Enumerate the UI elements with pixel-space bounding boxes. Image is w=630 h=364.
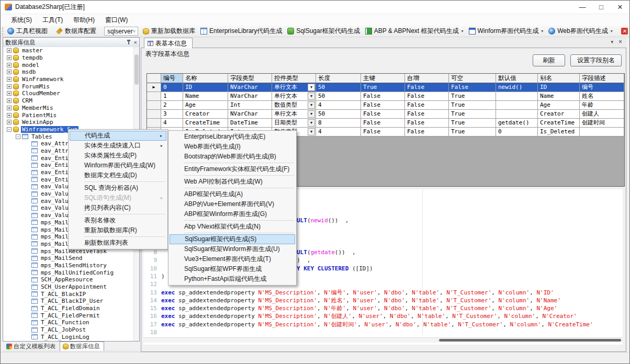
tree-item[interactable]: T_ACL_BlackIP [3,290,133,298]
set-alias-button[interactable]: 设置字段别名 [570,54,622,66]
tree-item[interactable]: T_ACL_BlackIP_User [3,298,133,305]
column-header[interactable]: 可空 [449,74,496,83]
menu-item[interactable]: SQL 查询分析器(A) ▸ [70,183,166,193]
tree-item[interactable]: T_ACL_FieldDomain [3,305,133,312]
column-header[interactable]: 长度 [316,74,361,83]
menu-item[interactable]: SQL语句生成(M) ▸ [70,193,166,203]
expand-toggle-icon[interactable]: + [7,63,12,67]
tree-item[interactable]: mps_MailUnifiedConfig [3,269,133,276]
dbtype-combobox[interactable]: sqlserver˅ [104,27,138,36]
menu-bar-item[interactable]: 帮助(H) [68,15,100,26]
combo-arrow-icon[interactable]: ▼ [308,128,315,135]
menu-item[interactable]: Abp VNext框架代码生成(N) ▸ [170,222,295,232]
column-header[interactable]: 默认值 [496,74,538,83]
column-header[interactable]: 字段类型 [228,74,272,83]
abp-gen-button[interactable]: ABP & ABPNext 框架代码生成▾ [363,26,466,36]
menu-item[interactable]: 刷新数据库列表 ▸ [70,238,166,248]
combo-arrow-icon[interactable]: ▼ [308,110,315,118]
web-gen-button[interactable]: Web界面代码生成▾ [546,26,615,36]
menu-bar-item[interactable]: 工具(T) [37,15,68,26]
refresh-button[interactable]: 刷新 [533,54,565,66]
column-header[interactable]: 字段描述 [580,74,624,83]
menu-item[interactable]: 重新加载数据库(R) ▸ [70,225,166,235]
expand-toggle-icon[interactable]: + [7,98,12,103]
minimize-button[interactable]: — [573,1,592,14]
expand-toggle-icon[interactable]: + [7,113,12,118]
tree-item[interactable]: mps_MailSend [3,255,133,262]
tab-templates[interactable]: 自定义模板列表 [4,343,60,351]
tree-item[interactable]: SCH_UserAppointment [3,283,133,291]
menu-item[interactable]: ABP的Vue+Element界面代码(V) ▸ [170,199,295,209]
db-config-button[interactable]: 数据库配置 [53,26,99,36]
menu-item[interactable]: EnterpriseLibrary代码生成(E) ▸ [170,132,295,142]
tree-item[interactable]: + WinFramework [3,76,133,83]
table-row[interactable]: ▶ 0 ID NVarChar 单行文本▼ 50 True False Fals… [147,83,624,92]
menu-item[interactable]: SqlSugar框架代码生成(S) ▸ [170,234,295,244]
tree-item[interactable]: T_ACL_FieldPermit [3,312,133,319]
expand-toggle-icon[interactable]: + [7,120,12,124]
menu-item[interactable]: SqlSugar框架Winform界面生成(U) ▸ [170,244,295,254]
column-header[interactable]: 主键 [361,74,405,83]
tab-close-icon[interactable]: × [618,39,622,44]
tree-item[interactable]: + tempdb [3,54,133,62]
menu-item[interactable]: Web界面代码生成(I) ▸ [170,142,295,152]
tree-item[interactable]: + ForumMis [3,83,133,90]
menu-item[interactable]: Vue3+Element界面代码生成(T) ▸ [170,254,295,264]
menu-item[interactable]: 拷贝列表内容(C) ▸ [70,203,166,213]
toolbar-grip[interactable] [2,27,3,36]
column-header[interactable]: 名称 [183,74,228,83]
sqlsugar-gen-button[interactable]: SqlSugar框架代码生成 [285,26,362,36]
combo-arrow-icon[interactable]: ▼ [308,119,315,127]
expand-toggle-icon[interactable]: - [7,127,12,132]
menu-item[interactable]: EntityFramework实体框架代码生成(F) ▸ [170,164,295,174]
menu-item[interactable]: 代码生成 ▸ [70,131,166,141]
menu-item[interactable]: Python+FastApi后端代码生成 ▸ [170,274,295,284]
tree-item[interactable]: + model [3,61,133,69]
tree-item[interactable]: + CRM [3,97,133,105]
tree-item[interactable]: T_ACL_Function [3,319,133,326]
tree-item[interactable]: T_ACL_LoginLog [3,334,133,341]
tree-item[interactable]: T_ACL_JobPost [3,326,133,334]
tab-list-icon[interactable]: ▾ [611,39,613,44]
table-row[interactable]: ▶ 2 Age Int 数值类型▼ 4 False False True Age… [147,101,624,110]
maximize-button[interactable]: □ [592,1,611,14]
expand-toggle-icon[interactable]: + [7,77,12,82]
table-row[interactable]: ▶ 3 Creator NVarChar 单行文本▼ 50 False Fals… [147,110,624,119]
menu-item[interactable]: Web API控制器代码生成(W) ▸ [170,177,295,187]
menu-item[interactable]: 实体类生成快速入口 ▸ [70,141,166,151]
expand-toggle-icon[interactable]: + [7,70,12,74]
editor-hscrollbar[interactable] [143,337,623,343]
column-header[interactable]: 自增 [405,74,449,83]
expand-toggle-icon[interactable]: + [7,106,12,110]
menu-item[interactable]: Bootstrap的Web界面代码生成(B) ▸ [170,152,295,162]
exit-button[interactable]: ✕退出 [618,26,630,36]
combo-arrow-icon[interactable]: ▼ [308,101,315,109]
winform-gen-button[interactable]: Winform界面代码生成▾ [466,26,546,36]
tree-item[interactable]: + CloudMember [3,90,133,97]
menu-item[interactable]: 实体类属性生成(P) ▸ [70,151,166,161]
enterpriselibrary-gen-button[interactable]: EnterpriseLibrary代码生成 [198,26,285,36]
menu-item[interactable]: 表别名修改 ▸ [70,215,166,225]
tree-item[interactable]: + PatientMis [3,111,133,119]
expand-toggle-icon[interactable]: + [7,48,12,53]
close-button[interactable]: ✕ [611,1,629,14]
scrollbar-thumb[interactable] [439,339,621,342]
menu-item[interactable]: ABP框架Winform界面生成(G) ▸ [170,209,295,219]
tree-item[interactable]: + msdb [3,69,133,76]
expand-toggle-icon[interactable]: + [7,55,12,60]
combo-arrow-icon[interactable]: ▼ [308,93,315,100]
tab-database-info[interactable]: 数据库信息 [60,342,105,351]
tree-item[interactable]: + MemberMis [3,105,133,112]
tree-item[interactable]: mps_MailSendHistory [3,262,133,269]
expand-toggle-icon[interactable]: - [16,134,20,139]
panel-close-icon[interactable]: × [134,40,137,45]
tree-item[interactable]: + master [3,47,133,54]
menu-bar-item[interactable]: 窗口(W) [100,15,133,26]
menu-item[interactable]: 数据库文档生成(D) ▸ [70,170,166,180]
table-row[interactable]: ▶ 4 CreateTime DateTime 日期类型▼ 8 False Fa… [147,119,624,128]
column-header[interactable]: 编号 [161,74,183,83]
menu-bar-item[interactable]: 系统(S) [6,15,37,26]
menu-item[interactable]: Winform界面代码生成(W) ▸ [70,161,166,170]
tab-table-info[interactable]: 表基本信息 [144,38,193,49]
expand-toggle-icon[interactable]: + [7,91,12,96]
